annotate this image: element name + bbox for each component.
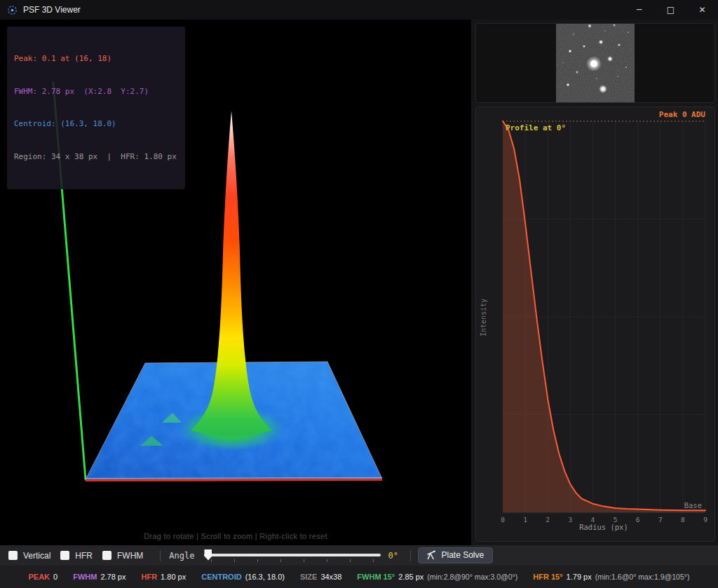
status-item-label: FWHM — [73, 573, 97, 581]
status-item-label: SIZE — [300, 573, 317, 581]
maximize-button[interactable]: □ — [655, 0, 686, 20]
checkbox-label: FWHM — [117, 551, 143, 561]
status-item-value: (16.3, 18.0) — [245, 573, 285, 581]
status-item-value: 2.85 px — [398, 573, 424, 581]
checkbox-box[interactable] — [102, 551, 111, 560]
svg-text:9: 9 — [703, 516, 707, 524]
svg-text:3: 3 — [568, 516, 572, 524]
checkbox-label: Vertical — [23, 551, 50, 561]
status-bar: PEAK0FWHM2.78 pxHFR1.80 pxCENTROID(16.3,… — [0, 566, 718, 588]
status-item-label: HFR — [142, 573, 158, 581]
svg-text:8: 8 — [681, 516, 685, 524]
status-item-detail: (min:2.8@90° max:3.0@0°) — [427, 573, 517, 581]
right-column: Peak 0 ADU Profile at 0° Intensity Base … — [471, 20, 718, 545]
window-title: PSF 3D Viewer — [23, 5, 81, 15]
status-item-detail: (min:1.6@0° max:1.9@105°) — [595, 573, 690, 581]
status-item: PEAK0 — [29, 573, 58, 581]
checkbox-box[interactable] — [60, 551, 69, 560]
status-item-label: CENTROID — [201, 573, 241, 581]
angle-label: Angle — [169, 551, 194, 561]
overlay-peak: Peak: 0.1 at (16, 18) — [14, 53, 177, 64]
svg-text:0: 0 — [501, 516, 505, 524]
checkbox-fwhm[interactable]: FWHM — [102, 551, 143, 561]
close-button[interactable]: ✕ — [686, 0, 718, 20]
status-item: FWHM2.78 px — [73, 573, 126, 581]
checkbox-hfr[interactable]: HFR — [60, 551, 93, 561]
svg-text:6: 6 — [636, 516, 640, 524]
plate-solve-label: Plate Solve — [441, 550, 484, 560]
bottom-toolbar: VerticalHFRFWHM Angle 0° Plate Solve — [0, 545, 718, 566]
status-item-label: FWHM 15° — [357, 573, 395, 581]
psf-3d-viewport[interactable]: Peak: 0.1 at (16, 18) FWHM: 2.78 px (X:2… — [0, 20, 471, 545]
y-axis-label: Intensity — [480, 299, 487, 336]
status-item: CENTROID(16.3, 18.0) — [201, 573, 285, 581]
angle-slider-ticks — [211, 559, 374, 562]
profile-chart: Peak 0 ADU Profile at 0° Intensity Base … — [476, 107, 714, 536]
status-item-label: HFR 15° — [533, 573, 562, 581]
window-controls: ─ □ ✕ — [623, 0, 718, 20]
status-item-value: 2.78 px — [100, 573, 126, 581]
app-icon — [7, 5, 18, 15]
checkbox-label: HFR — [75, 551, 93, 561]
overlay-fwhm: FWHM: 2.78 px (X:2.8 Y:2.7) — [14, 86, 177, 97]
title-bar: PSF 3D Viewer ─ □ ✕ — [0, 0, 718, 20]
psf-stats-overlay: Peak: 0.1 at (16, 18) FWHM: 2.78 px (X:2… — [7, 27, 185, 189]
svg-text:7: 7 — [658, 516, 663, 524]
status-item-label: PEAK — [29, 573, 50, 581]
svg-text:1: 1 — [523, 516, 527, 524]
main-area: Peak: 0.1 at (16, 18) FWHM: 2.78 px (X:2… — [0, 20, 718, 545]
checkbox-box[interactable] — [8, 551, 18, 560]
star-image-panel — [475, 23, 715, 103]
minimize-button[interactable]: ─ — [623, 0, 655, 20]
status-item-value: 1.80 px — [161, 573, 186, 581]
angle-value: 0° — [388, 551, 403, 561]
peak-adu-label: Peak 0 ADU — [659, 110, 706, 119]
overlay-centroid: Centroid: (16.3, 18.0) — [14, 118, 177, 130]
status-item: FWHM 15°2.85 px(min:2.8@90° max:3.0@0°) — [357, 573, 517, 581]
status-item: SIZE34x38 — [300, 573, 341, 581]
status-item: HFR 15°1.79 px(min:1.6@0° max:1.9@105°) — [533, 573, 689, 581]
toolbar-separator — [410, 550, 411, 561]
toolbar-separator — [160, 550, 161, 561]
overlay-region: Region: 34 x 38 px | HFR: 1.80 px — [14, 151, 177, 163]
star-field-image — [556, 24, 635, 102]
checkbox-vertical[interactable]: Vertical — [8, 551, 50, 561]
checkbox-group: VerticalHFRFWHM — [8, 551, 153, 561]
status-item: HFR1.80 px — [142, 573, 187, 581]
telescope-icon — [426, 550, 436, 560]
status-item-value: 1.79 px — [567, 573, 592, 581]
app-window: PSF 3D Viewer ─ □ ✕ — [0, 0, 718, 588]
x-axis-label: Radius (px) — [579, 523, 628, 531]
angle-slider[interactable] — [204, 549, 381, 563]
svg-text:2: 2 — [546, 516, 550, 524]
status-item-value: 0 — [53, 573, 57, 581]
x-axis-line — [86, 480, 382, 481]
viewport-hint: Drag to rotate | Scroll to zoom | Right-… — [0, 532, 471, 540]
profile-chart-panel: Peak 0 ADU Profile at 0° Intensity Base … — [475, 107, 715, 542]
base-label: Base — [684, 501, 702, 510]
angle-slider-track[interactable] — [204, 554, 381, 556]
chart-title: Profile at 0° — [506, 123, 566, 132]
plate-solve-button[interactable]: Plate Solve — [418, 547, 493, 563]
status-item-value: 34x38 — [320, 573, 341, 581]
